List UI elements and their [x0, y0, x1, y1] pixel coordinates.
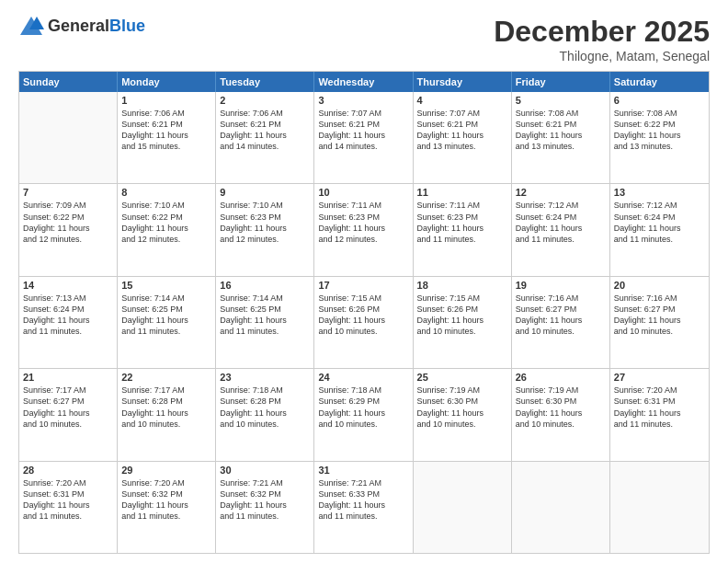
calendar-cell: 7Sunrise: 7:09 AM Sunset: 6:22 PM Daylig… — [19, 184, 118, 275]
logo: GeneralBlue — [18, 15, 145, 37]
weekday-header: Friday — [512, 72, 610, 92]
calendar-row: 21Sunrise: 7:17 AM Sunset: 6:27 PM Dayli… — [19, 369, 709, 461]
day-info: Sunrise: 7:13 AM Sunset: 6:24 PM Dayligh… — [23, 293, 113, 338]
day-number: 25 — [417, 372, 507, 383]
calendar-cell: 24Sunrise: 7:18 AM Sunset: 6:29 PM Dayli… — [314, 369, 413, 460]
day-number: 29 — [121, 465, 211, 476]
day-info: Sunrise: 7:12 AM Sunset: 6:24 PM Dayligh… — [614, 200, 705, 245]
day-info: Sunrise: 7:14 AM Sunset: 6:25 PM Dayligh… — [220, 293, 310, 338]
day-info: Sunrise: 7:16 AM Sunset: 6:27 PM Dayligh… — [516, 293, 606, 338]
weekday-header: Sunday — [19, 72, 118, 92]
day-number: 19 — [516, 280, 606, 291]
calendar-cell: 21Sunrise: 7:17 AM Sunset: 6:27 PM Dayli… — [19, 369, 118, 460]
calendar-cell: 5Sunrise: 7:08 AM Sunset: 6:21 PM Daylig… — [512, 92, 610, 183]
day-number: 11 — [417, 187, 507, 198]
calendar-cell: 12Sunrise: 7:12 AM Sunset: 6:24 PM Dayli… — [512, 184, 610, 275]
day-info: Sunrise: 7:09 AM Sunset: 6:22 PM Dayligh… — [23, 200, 113, 245]
title-location: Thilogne, Matam, Senegal — [494, 49, 710, 63]
day-info: Sunrise: 7:08 AM Sunset: 6:21 PM Dayligh… — [516, 108, 606, 153]
calendar-cell — [414, 462, 512, 553]
calendar-cell: 3Sunrise: 7:07 AM Sunset: 6:21 PM Daylig… — [314, 92, 413, 183]
calendar-cell: 11Sunrise: 7:11 AM Sunset: 6:23 PM Dayli… — [414, 184, 512, 275]
day-info: Sunrise: 7:17 AM Sunset: 6:28 PM Dayligh… — [121, 385, 211, 430]
calendar-cell: 20Sunrise: 7:16 AM Sunset: 6:27 PM Dayli… — [610, 277, 709, 368]
day-info: Sunrise: 7:07 AM Sunset: 6:21 PM Dayligh… — [417, 108, 507, 153]
logo-text: GeneralBlue — [48, 17, 145, 36]
calendar-cell: 13Sunrise: 7:12 AM Sunset: 6:24 PM Dayli… — [610, 184, 709, 275]
weekday-header: Saturday — [610, 72, 709, 92]
calendar-cell: 31Sunrise: 7:21 AM Sunset: 6:33 PM Dayli… — [314, 462, 413, 553]
day-number: 31 — [318, 465, 408, 476]
day-number: 8 — [121, 187, 211, 198]
logo-general: General — [48, 17, 109, 35]
day-info: Sunrise: 7:15 AM Sunset: 6:26 PM Dayligh… — [417, 293, 507, 338]
calendar-cell: 16Sunrise: 7:14 AM Sunset: 6:25 PM Dayli… — [216, 277, 314, 368]
day-info: Sunrise: 7:11 AM Sunset: 6:23 PM Dayligh… — [318, 200, 408, 245]
day-info: Sunrise: 7:20 AM Sunset: 6:31 PM Dayligh… — [614, 385, 705, 430]
day-number: 24 — [318, 372, 408, 383]
day-info: Sunrise: 7:21 AM Sunset: 6:32 PM Dayligh… — [220, 477, 310, 523]
day-info: Sunrise: 7:06 AM Sunset: 6:21 PM Dayligh… — [220, 108, 310, 153]
weekday-header: Tuesday — [216, 72, 314, 92]
day-number: 16 — [220, 280, 310, 291]
day-info: Sunrise: 7:08 AM Sunset: 6:22 PM Dayligh… — [614, 108, 705, 153]
calendar-cell — [19, 92, 118, 183]
day-info: Sunrise: 7:18 AM Sunset: 6:28 PM Dayligh… — [220, 385, 310, 430]
day-info: Sunrise: 7:10 AM Sunset: 6:22 PM Dayligh… — [121, 200, 211, 245]
title-month: December 2025 — [494, 15, 710, 49]
calendar-header: SundayMondayTuesdayWednesdayThursdayFrid… — [19, 72, 709, 92]
calendar-cell — [512, 462, 610, 553]
day-number: 6 — [614, 95, 705, 106]
day-info: Sunrise: 7:18 AM Sunset: 6:29 PM Dayligh… — [318, 385, 408, 430]
day-number: 13 — [614, 187, 705, 198]
logo-icon — [18, 15, 44, 37]
day-number: 18 — [417, 280, 507, 291]
day-info: Sunrise: 7:19 AM Sunset: 6:30 PM Dayligh… — [516, 385, 606, 430]
calendar-cell: 22Sunrise: 7:17 AM Sunset: 6:28 PM Dayli… — [118, 369, 216, 460]
day-info: Sunrise: 7:19 AM Sunset: 6:30 PM Dayligh… — [417, 385, 507, 430]
day-info: Sunrise: 7:15 AM Sunset: 6:26 PM Dayligh… — [318, 293, 408, 338]
day-number: 5 — [516, 95, 606, 106]
day-number: 7 — [23, 187, 113, 198]
day-number: 10 — [318, 187, 408, 198]
calendar-cell: 19Sunrise: 7:16 AM Sunset: 6:27 PM Dayli… — [512, 277, 610, 368]
calendar-cell: 1Sunrise: 7:06 AM Sunset: 6:21 PM Daylig… — [118, 92, 216, 183]
day-number: 15 — [121, 280, 211, 291]
day-number: 23 — [220, 372, 310, 383]
day-number: 28 — [23, 465, 113, 476]
day-info: Sunrise: 7:14 AM Sunset: 6:25 PM Dayligh… — [121, 293, 211, 338]
day-info: Sunrise: 7:11 AM Sunset: 6:23 PM Dayligh… — [417, 200, 507, 245]
calendar-cell: 15Sunrise: 7:14 AM Sunset: 6:25 PM Dayli… — [118, 277, 216, 368]
day-number: 1 — [121, 95, 211, 106]
calendar-cell: 6Sunrise: 7:08 AM Sunset: 6:22 PM Daylig… — [610, 92, 709, 183]
weekday-header: Thursday — [414, 72, 512, 92]
calendar-cell: 28Sunrise: 7:20 AM Sunset: 6:31 PM Dayli… — [19, 462, 118, 553]
calendar-cell: 23Sunrise: 7:18 AM Sunset: 6:28 PM Dayli… — [216, 369, 314, 460]
title-block: December 2025 Thilogne, Matam, Senegal — [494, 15, 710, 63]
calendar-cell: 4Sunrise: 7:07 AM Sunset: 6:21 PM Daylig… — [414, 92, 512, 183]
day-info: Sunrise: 7:16 AM Sunset: 6:27 PM Dayligh… — [614, 293, 705, 338]
day-info: Sunrise: 7:17 AM Sunset: 6:27 PM Dayligh… — [23, 385, 113, 430]
day-info: Sunrise: 7:06 AM Sunset: 6:21 PM Dayligh… — [121, 108, 211, 153]
day-number: 9 — [220, 187, 310, 198]
calendar-row: 7Sunrise: 7:09 AM Sunset: 6:22 PM Daylig… — [19, 184, 709, 276]
calendar-row: 28Sunrise: 7:20 AM Sunset: 6:31 PM Dayli… — [19, 462, 709, 553]
day-number: 12 — [516, 187, 606, 198]
calendar-cell: 29Sunrise: 7:20 AM Sunset: 6:32 PM Dayli… — [118, 462, 216, 553]
day-number: 4 — [417, 95, 507, 106]
day-info: Sunrise: 7:12 AM Sunset: 6:24 PM Dayligh… — [516, 200, 606, 245]
day-number: 17 — [318, 280, 408, 291]
day-number: 20 — [614, 280, 705, 291]
calendar-cell: 25Sunrise: 7:19 AM Sunset: 6:30 PM Dayli… — [414, 369, 512, 460]
calendar-cell: 26Sunrise: 7:19 AM Sunset: 6:30 PM Dayli… — [512, 369, 610, 460]
day-number: 14 — [23, 280, 113, 291]
calendar-row: 1Sunrise: 7:06 AM Sunset: 6:21 PM Daylig… — [19, 92, 709, 184]
calendar-cell: 14Sunrise: 7:13 AM Sunset: 6:24 PM Dayli… — [19, 277, 118, 368]
calendar-cell: 8Sunrise: 7:10 AM Sunset: 6:22 PM Daylig… — [118, 184, 216, 275]
header: GeneralBlue December 2025 Thilogne, Mata… — [18, 15, 710, 63]
logo-blue: Blue — [109, 17, 145, 35]
day-info: Sunrise: 7:21 AM Sunset: 6:33 PM Dayligh… — [318, 477, 408, 523]
weekday-header: Wednesday — [314, 72, 413, 92]
calendar-cell: 10Sunrise: 7:11 AM Sunset: 6:23 PM Dayli… — [314, 184, 413, 275]
day-number: 3 — [318, 95, 408, 106]
